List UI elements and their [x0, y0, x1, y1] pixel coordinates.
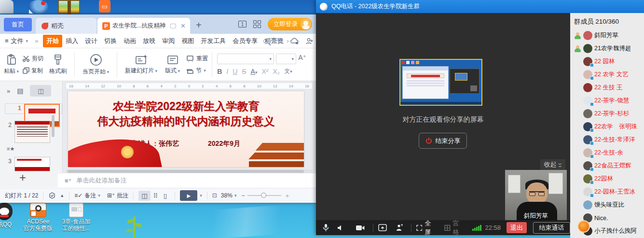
increase-font-button[interactable]: A⁺ — [298, 54, 306, 64]
login-button[interactable]: 立即登录 — [268, 18, 312, 30]
phonetic-guide-button[interactable]: 文▾ — [284, 67, 292, 75]
desktop-icon-ppt-file[interactable]: 3章-食品加工的物性... — [61, 203, 92, 232]
member-avatar[interactable] — [583, 122, 592, 131]
member-row[interactable]: 22 生技 王 — [570, 81, 644, 94]
member-row[interactable]: 22农学 张明珠 — [570, 120, 644, 133]
tab-home[interactable]: 首页 — [4, 18, 32, 31]
ribbon-tab[interactable]: 切换 — [101, 35, 120, 47]
recycle-bin-icon[interactable] — [0, 0, 14, 14]
ribbon-tab[interactable]: 视图 — [178, 35, 197, 47]
window-restore-icon[interactable]: 1 — [238, 21, 247, 28]
slide-thumbnail-1[interactable]: 1 — [5, 103, 62, 114]
member-row[interactable]: 22-生技-余 — [570, 146, 644, 159]
exit-button[interactable]: 退出 — [507, 222, 527, 233]
status-expand-icon[interactable]: ▲ — [60, 193, 64, 198]
normal-view-button[interactable]: ◫ — [138, 191, 150, 201]
add-user-icon[interactable] — [306, 38, 313, 44]
slideshow-play-button[interactable]: ▶ — [180, 190, 197, 201]
ribbon-tab[interactable]: 放映 — [139, 35, 159, 47]
find-button[interactable]: 查找 — [263, 37, 284, 45]
member-row[interactable]: 22园林 — [570, 172, 644, 185]
member-avatar[interactable] — [583, 57, 592, 66]
ribbon-tab[interactable]: 设计 — [82, 35, 101, 47]
slide-thumbnail-3[interactable]: 3 — [5, 157, 62, 171]
format-painter-button[interactable]: 格式刷 — [43, 54, 70, 75]
member-avatar[interactable] — [583, 200, 592, 210]
ribbon-tab[interactable]: 开始 — [43, 35, 62, 47]
play-options-chevron[interactable]: ▾ — [200, 193, 202, 198]
strikethrough-button[interactable]: S — [242, 68, 246, 75]
file-menu[interactable]: ≡ 文件 ▾ — [5, 37, 28, 45]
fit-slide-icon[interactable]: ⊡ — [212, 192, 217, 199]
new-slide-button[interactable]: 新建幻灯片 ▾ — [121, 55, 161, 75]
member-avatar[interactable] — [583, 148, 592, 157]
italic-button[interactable]: I — [226, 68, 228, 75]
ribbon-tab[interactable]: 开发工具 — [197, 35, 229, 47]
member-avatar[interactable] — [583, 109, 592, 118]
member-row[interactable]: 22-茶学-饶慧 — [570, 94, 644, 107]
tab-close-icon[interactable]: ✕ — [180, 22, 186, 29]
outline-view-icon[interactable]: ▤ — [17, 87, 23, 95]
notes-toggle-button[interactable]: ≡✓ 备注▾ — [74, 192, 100, 200]
zoom-chevron[interactable]: ▾ — [234, 193, 237, 198]
qq-title-bar[interactable]: QQ电话 - 2022级农生学院新生群 — [316, 0, 644, 13]
ribbon-tab[interactable]: 审阅 — [159, 35, 178, 47]
underline-button[interactable]: U — [233, 68, 237, 75]
member-avatar[interactable] — [583, 96, 592, 105]
ribbon-tab[interactable]: 插入 — [62, 35, 82, 47]
superscript-button[interactable]: X² — [261, 68, 268, 75]
reading-view-button[interactable]: ▯ — [161, 191, 170, 201]
floating-avatar-orb[interactable] — [577, 220, 590, 233]
layout-button[interactable]: 版式 ▾ — [161, 55, 184, 75]
slide-canvas[interactable]: 农生学院2022级新生入学教育 伟大抗疫精神的时代内涵和历史意义 主讲人：张伟艺… — [68, 91, 304, 167]
play-from-current-button[interactable]: 当页开始 ▾ — [79, 54, 113, 76]
member-row[interactable]: 斜阳芳草 — [570, 29, 644, 42]
member-avatar[interactable] — [583, 187, 592, 196]
notes-bar[interactable]: ≡⁺ 单击此处添加备注 — [58, 173, 316, 188]
screen-share-preview[interactable] — [399, 59, 482, 106]
member-avatar[interactable] — [583, 135, 592, 144]
fullscreen-button[interactable]: 全屏 — [416, 219, 436, 237]
self-video-tile[interactable]: 斜阳芳草 — [505, 170, 567, 221]
cloud-sync-icon[interactable] — [290, 38, 299, 44]
share-screen-button[interactable] — [378, 224, 387, 231]
microphone-button[interactable] — [323, 224, 329, 232]
member-row[interactable]: 22 园林 — [570, 55, 644, 68]
presenter-pointer-button[interactable] — [395, 224, 403, 231]
speaker-button[interactable] — [337, 224, 344, 231]
collapse-panel-icon[interactable]: » — [7, 87, 10, 95]
thumbnail-view-button[interactable]: ◫ — [30, 85, 51, 97]
member-row[interactable]: 21农学魏博超 — [570, 42, 644, 55]
font-family-select[interactable]: ▾ — [217, 54, 274, 64]
member-row[interactable]: 馒头味亚比 — [570, 198, 644, 211]
member-row[interactable]: 22-生技-常泽洋 — [570, 133, 644, 146]
new-tab-button[interactable]: + — [196, 20, 202, 31]
end-call-button[interactable]: 结束通话 — [533, 222, 570, 234]
spellcheck-icon[interactable] — [48, 192, 56, 199]
font-size-select[interactable]: ▾ — [276, 54, 296, 64]
zoom-in-button[interactable]: ＋ — [284, 192, 290, 200]
member-row[interactable]: 22-茶学-杉杉 — [570, 107, 644, 120]
menu-overflow-icon[interactable]: » — [35, 37, 38, 44]
section-button[interactable]: 节▾ — [187, 67, 208, 75]
font-color-button[interactable]: A▾ — [251, 68, 258, 75]
bold-button[interactable]: B — [217, 68, 222, 75]
member-row[interactable]: 22 农学 文艺 — [570, 68, 644, 81]
collapse-videos-button[interactable]: 收起 ⌄⌄ — [540, 159, 565, 170]
reset-button[interactable]: 重置 — [187, 55, 208, 63]
camera-button[interactable] — [356, 225, 365, 231]
tab-docer[interactable]: 稻壳 — [36, 18, 96, 34]
tab-document-active[interactable]: P 农生学院...抗疫精神 🖵 ✕ — [97, 18, 190, 34]
desktop-app-icon-wps[interactable]: ▭ — [99, 0, 110, 13]
slide-sorter-view-button[interactable]: ⠿ — [151, 191, 161, 201]
comments-button[interactable]: ⊞⁺ 批注 — [107, 192, 128, 200]
member-row[interactable]: 22食品王熠辉 — [570, 159, 644, 172]
cut-button[interactable]: 剪切 — [23, 55, 43, 63]
zoom-out-button[interactable]: − — [241, 192, 245, 199]
desktop-app-icon-archive[interactable] — [58, 0, 80, 14]
member-avatar[interactable] — [583, 83, 592, 92]
zoom-slider-knob[interactable] — [261, 193, 266, 198]
grid-view-button[interactable]: 宫格 — [444, 219, 464, 237]
member-row[interactable]: 22-园林-王雪冰 — [570, 185, 644, 198]
member-avatar[interactable] — [583, 70, 592, 79]
